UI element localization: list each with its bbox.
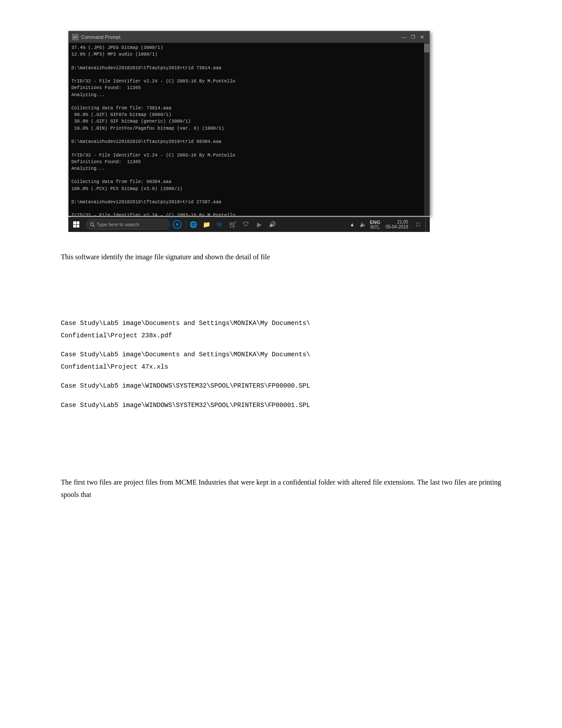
taskbar-start-button[interactable] bbox=[68, 217, 84, 232]
taskbar-shield-button[interactable]: 🛡 bbox=[240, 217, 252, 232]
code-line-5: Case Study\Lab5 image\WINDOWS\SYSTEM32\S… bbox=[61, 380, 501, 392]
taskbar-sound-button[interactable]: 🔊 bbox=[266, 217, 279, 232]
code-line-2: Confidential\Project 238x.pdf bbox=[61, 330, 501, 342]
win-logo-sq-bl bbox=[73, 225, 76, 228]
taskbar-notification-button[interactable]: □ bbox=[412, 217, 424, 232]
taskbar-mail-button[interactable]: ✉ bbox=[213, 217, 226, 232]
taskbar-folder-button[interactable]: 📁 bbox=[200, 217, 212, 232]
taskbar-speaker-icon[interactable]: 🔈 bbox=[358, 217, 368, 232]
taskbar-clock: 21:05 05-04-2019 bbox=[384, 220, 410, 229]
shield-icon: 🛡 bbox=[242, 221, 249, 228]
svg-rect-3 bbox=[73, 38, 76, 38]
cmd-titlebar: Command Prompt — ❐ ✕ bbox=[69, 31, 429, 43]
taskbar-search-box[interactable]: Type here to search bbox=[86, 219, 170, 230]
description-section: This software identify the image file si… bbox=[61, 251, 501, 263]
cmd-close-button[interactable]: ✕ bbox=[418, 34, 426, 41]
cmd-titlebar-buttons: — ❐ ✕ bbox=[400, 34, 426, 41]
search-icon bbox=[90, 222, 95, 227]
windows-logo bbox=[73, 221, 79, 228]
analysis-section: The first two files are project files fr… bbox=[61, 476, 501, 501]
taskbar-lang-text: ENG bbox=[370, 220, 380, 225]
taskbar: Type here to search 🌐 📁 ✉ 🛒 bbox=[68, 217, 430, 232]
taskbar-edge-button[interactable]: 🌐 bbox=[187, 217, 199, 232]
cmd-minimize-button[interactable]: — bbox=[400, 34, 408, 41]
windows-start-icon bbox=[72, 220, 80, 228]
taskbar-cortana-button[interactable] bbox=[170, 217, 185, 232]
svg-rect-1 bbox=[73, 36, 78, 37]
mail-icon: ✉ bbox=[216, 221, 223, 228]
code-line-1: Case Study\Lab5 image\Documents and Sett… bbox=[61, 317, 501, 330]
folder-icon: 📁 bbox=[203, 221, 210, 228]
taskbar-lang-sub: INTL bbox=[370, 225, 380, 230]
page: Command Prompt — ❐ ✕ 37.4% (.JPG) JPEG b… bbox=[0, 0, 562, 728]
cmd-scrollbar[interactable] bbox=[424, 43, 429, 216]
cmd-restore-button[interactable]: ❐ bbox=[409, 34, 417, 41]
taskbar-network-icon[interactable]: ▲ bbox=[347, 217, 357, 232]
edge-icon: 🌐 bbox=[190, 221, 197, 228]
cortana-icon bbox=[173, 220, 182, 229]
cmd-titlebar-left: Command Prompt bbox=[72, 34, 120, 40]
media-icon: ▶ bbox=[256, 221, 263, 228]
taskbar-media-button[interactable]: ▶ bbox=[253, 217, 265, 232]
cmd-scrollbar-thumb[interactable] bbox=[424, 44, 429, 52]
cmd-window: Command Prompt — ❐ ✕ 37.4% (.JPG) JPEG b… bbox=[68, 31, 430, 216]
win-logo-sq-tl bbox=[73, 221, 76, 224]
store-icon: 🛒 bbox=[229, 221, 236, 228]
cmd-window-title: Command Prompt bbox=[81, 34, 120, 40]
show-desktop-button[interactable] bbox=[425, 217, 428, 232]
svg-line-5 bbox=[93, 225, 95, 227]
taskbar-datetime[interactable]: 21:05 05-04-2019 bbox=[383, 217, 411, 232]
svg-point-6 bbox=[176, 223, 179, 226]
notification-icon: □ bbox=[417, 221, 420, 228]
taskbar-date: 05-04-2019 bbox=[386, 224, 408, 229]
cmd-output: 37.4% (.JPG) JPEG bitmap (3000/1) 12.6% … bbox=[71, 45, 427, 216]
win-logo-sq-tr bbox=[77, 221, 80, 224]
code-line-4: Confidential\Project 47x.xls bbox=[61, 361, 501, 373]
network-icon: ▲ bbox=[349, 221, 356, 228]
code-line-blank-3 bbox=[61, 392, 501, 399]
svg-rect-2 bbox=[73, 37, 78, 37]
taskbar-store-button[interactable]: 🛒 bbox=[227, 217, 239, 232]
code-line-6: Case Study\Lab5 image\WINDOWS\SYSTEM32\S… bbox=[61, 399, 501, 412]
cmd-title-icon bbox=[72, 34, 78, 40]
taskbar-language[interactable]: ENG INTL bbox=[368, 217, 382, 232]
code-line-blank-2 bbox=[61, 373, 501, 380]
code-block-section: Case Study\Lab5 image\Documents and Sett… bbox=[61, 317, 501, 411]
speaker-icon: 🔈 bbox=[359, 221, 366, 228]
code-line-3: Case Study\Lab5 image\Documents and Sett… bbox=[61, 349, 501, 361]
taskbar-time: 21:05 bbox=[397, 220, 408, 224]
description-paragraph: This software identify the image file si… bbox=[61, 251, 501, 263]
win-logo-sq-br bbox=[77, 225, 80, 228]
taskbar-right: ▲ 🔈 ENG INTL 21:05 05-04-2019 □ bbox=[347, 217, 430, 232]
svg-point-4 bbox=[90, 223, 93, 226]
taskbar-app-icons: 🌐 📁 ✉ 🛒 🛡 ▶ 🔊 bbox=[187, 217, 279, 232]
search-placeholder: Type here to search bbox=[97, 222, 139, 227]
code-line-blank-1 bbox=[61, 342, 501, 349]
taskbar-separator-1 bbox=[186, 220, 186, 229]
cmd-body: 37.4% (.JPG) JPEG bitmap (3000/1) 12.6% … bbox=[69, 43, 429, 216]
analysis-paragraph: The first two files are project files fr… bbox=[61, 476, 501, 501]
sound-icon: 🔊 bbox=[269, 221, 276, 228]
